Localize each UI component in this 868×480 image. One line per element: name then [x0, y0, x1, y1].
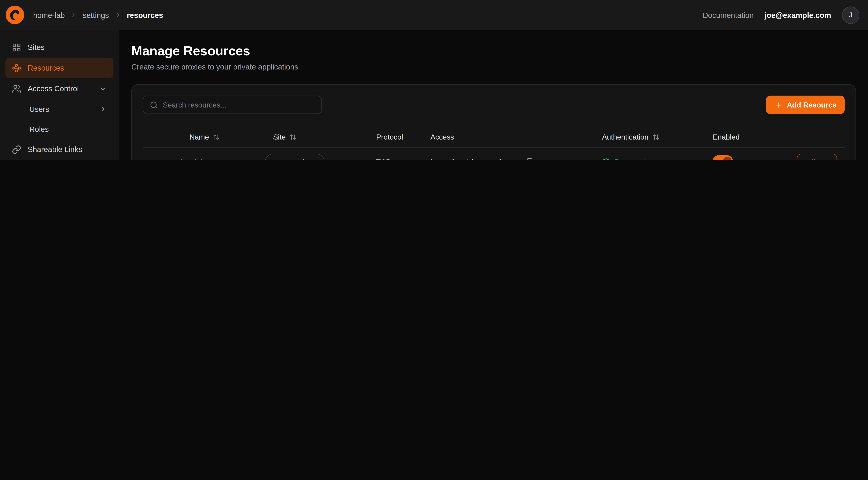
column-header-name[interactable]: Name — [173, 133, 259, 141]
waypoints-icon — [12, 63, 21, 72]
table-header-row: Name Site Protocol Access Auth — [143, 127, 845, 148]
plus-icon — [774, 101, 782, 109]
breadcrumb-settings[interactable]: settings — [83, 11, 109, 19]
table-toolbar: Add Resource — [143, 96, 845, 114]
sidebar-item-label: Shareable Links — [28, 145, 82, 154]
add-resource-button[interactable]: Add Resource — [766, 96, 845, 114]
sidebar-item-shareable-links[interactable]: Shareable Links — [5, 139, 114, 160]
breadcrumb-separator-icon — [70, 11, 77, 19]
avatar[interactable]: J — [842, 6, 859, 24]
arrow-up-right-icon — [310, 158, 317, 160]
sort-icon — [213, 133, 220, 141]
table-row: Immich Home Lab TCP https://immich.e — [143, 148, 845, 160]
site-name: Home Lab — [273, 158, 307, 160]
column-header-authentication[interactable]: Authentication — [602, 133, 713, 141]
row-menu-button[interactable] — [143, 157, 173, 160]
sidebar-item-api-keys[interactable]: API Keys — [5, 160, 114, 160]
avatar-initial: J — [849, 11, 852, 19]
chevron-right-icon — [99, 105, 107, 113]
topbar: home-lab settings resources Documentatio… — [0, 0, 868, 30]
user-email[interactable]: joe@example.com — [765, 11, 831, 19]
documentation-link[interactable]: Documentation — [703, 11, 754, 19]
breadcrumb: home-lab settings resources — [33, 11, 163, 19]
arrow-right-icon — [823, 158, 830, 160]
resources-card: Add Resource Name Site — [131, 84, 856, 160]
resource-name: Immich — [173, 158, 259, 160]
sidebar-item-roles[interactable]: Roles — [5, 119, 114, 139]
shield-check-icon — [602, 158, 610, 160]
sidebar-item-label: Resources — [28, 63, 64, 72]
access-url: https://immich.example.com — [431, 158, 521, 160]
sidebar: Sites Resources Access Control Users — [0, 30, 119, 160]
column-header-enabled: Enabled — [713, 133, 789, 141]
column-header-protocol: Protocol — [365, 133, 420, 141]
sidebar-item-users[interactable]: Users — [5, 99, 114, 119]
auth-status: Protected — [602, 158, 713, 160]
sort-icon — [289, 133, 297, 141]
main-content: Manage Resources Create secure proxies t… — [119, 30, 868, 160]
breadcrumb-separator-icon — [114, 11, 121, 19]
edit-button[interactable]: Edit — [797, 154, 837, 160]
breadcrumb-org[interactable]: home-lab — [33, 11, 65, 19]
search-input[interactable] — [163, 101, 315, 109]
app-logo[interactable] — [5, 5, 24, 24]
app-window: home-lab settings resources Documentatio… — [0, 0, 868, 160]
chevron-down-icon — [99, 85, 107, 93]
table-body: Immich Home Lab TCP https://immich.e — [143, 148, 845, 160]
copy-button[interactable] — [527, 158, 535, 160]
edit-label: Edit — [805, 158, 818, 160]
page-title: Manage Resources — [131, 43, 856, 59]
sidebar-item-label: Sites — [28, 43, 44, 52]
page-subtitle: Create secure proxies to your private ap… — [131, 62, 856, 71]
search-icon — [150, 101, 158, 109]
column-header-site[interactable]: Site — [259, 133, 365, 141]
users-icon — [12, 84, 21, 93]
protocol-value: TCP — [365, 158, 420, 160]
sidebar-item-sites[interactable]: Sites — [5, 37, 114, 58]
link-icon — [12, 145, 21, 154]
site-link-button[interactable]: Home Lab — [265, 154, 324, 160]
breadcrumb-current: resources — [127, 11, 163, 19]
search-box — [143, 96, 322, 114]
enabled-toggle[interactable] — [713, 155, 733, 160]
ellipsis-icon — [153, 157, 163, 160]
sidebar-item-label: Access Control — [28, 84, 79, 93]
column-header-access: Access — [420, 133, 602, 141]
sidebar-item-label: Users — [29, 104, 49, 113]
copy-icon — [527, 158, 535, 160]
sidebar-item-access-control[interactable]: Access Control — [5, 78, 114, 99]
sort-icon — [652, 133, 659, 141]
grid-icon — [12, 43, 21, 52]
sidebar-item-resources[interactable]: Resources — [5, 58, 114, 78]
add-resource-label: Add Resource — [787, 101, 837, 109]
auth-status-label: Protected — [615, 158, 646, 160]
sidebar-item-label: Roles — [29, 125, 49, 133]
